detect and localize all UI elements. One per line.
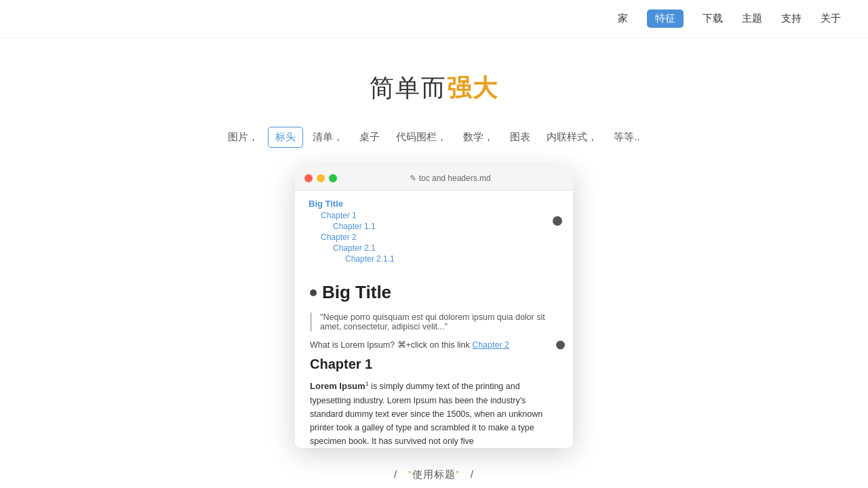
- toc-chapter2-1-1[interactable]: Chapter 2.1.1: [309, 253, 559, 264]
- window-mockup: ✎ toc and headers.md Big Title Chapter 1…: [295, 167, 573, 448]
- tab-charts[interactable]: 图表: [503, 127, 537, 147]
- toc-chapter2[interactable]: Chapter 2: [309, 232, 559, 243]
- tab-code[interactable]: 代码围栏，: [389, 127, 454, 147]
- nav-download[interactable]: 下载: [703, 12, 723, 25]
- toc-chapter2-1[interactable]: Chapter 2.1: [309, 243, 559, 253]
- tab-more[interactable]: 等等..: [607, 127, 646, 147]
- lorem-link-before: What is Lorem Ipsum? ⌘+click on this lin…: [310, 340, 470, 350]
- tab-math[interactable]: 数学，: [456, 127, 500, 147]
- nav-home[interactable]: 家: [618, 12, 628, 25]
- traffic-lights: [304, 174, 337, 182]
- toc-big-title: Big Title: [309, 199, 559, 209]
- footer-label: / "使用标题" /: [394, 468, 474, 481]
- nav-features[interactable]: 特征: [647, 9, 684, 28]
- window-titlebar: ✎ toc and headers.md: [295, 167, 573, 190]
- tab-table[interactable]: 桌子: [353, 127, 387, 147]
- footer-text: 使用标题: [412, 468, 456, 480]
- traffic-light-green[interactable]: [329, 174, 337, 182]
- toc-chapter1-1[interactable]: Chapter 1.1: [309, 221, 559, 232]
- hero-title: 简单而强大: [370, 72, 498, 105]
- toc-dot-indicator: [553, 216, 562, 226]
- nav-support[interactable]: 支持: [781, 12, 802, 25]
- doc-content: Big Title "Neque porro quisquam est qui …: [295, 271, 573, 448]
- tab-list[interactable]: 清单，: [306, 127, 350, 147]
- page-content: 简单而强大 图片， 标头 清单， 桌子 代码围栏， 数学， 图表 内联样式， 等…: [0, 38, 868, 481]
- footer-slash-right: /: [471, 468, 474, 480]
- tab-images[interactable]: 图片，: [221, 127, 265, 147]
- traffic-light-yellow[interactable]: [317, 174, 325, 182]
- toc-chapter1[interactable]: Chapter 1: [309, 210, 559, 221]
- nav-themes[interactable]: 主题: [742, 12, 762, 25]
- tab-inline[interactable]: 内联样式，: [540, 127, 604, 147]
- link-dot-indicator: [556, 340, 565, 349]
- feature-tabs: 图片， 标头 清单， 桌子 代码围栏， 数学， 图表 内联样式， 等等..: [221, 127, 646, 148]
- lorem-body: is simply dummy text of the printing and…: [310, 382, 542, 446]
- footer-quote-close: ": [456, 468, 460, 480]
- lorem-text: Lorem Ipsum1 is simply dummy text of the…: [310, 379, 558, 448]
- tab-headers[interactable]: 标头: [268, 127, 303, 148]
- nav-about[interactable]: 关于: [821, 12, 841, 25]
- footer-slash-left: /: [394, 468, 397, 480]
- toc-area: Big Title Chapter 1 Chapter 1.1 Chapter …: [295, 190, 573, 271]
- navigation: 家 特征 下载 主题 支持 关于: [0, 0, 868, 38]
- doc-chapter1-title: Chapter 1: [310, 357, 558, 372]
- lorem-link-line: What is Lorem Ipsum? ⌘+click on this lin…: [310, 340, 558, 350]
- chapter2-link[interactable]: Chapter 2: [472, 340, 509, 350]
- traffic-light-red[interactable]: [304, 174, 313, 182]
- window-title: ✎ toc and headers.md: [337, 174, 564, 183]
- lorem-bold: Lorem Ipsum: [310, 381, 366, 391]
- doc-big-title: Big Title: [310, 282, 558, 303]
- doc-title-dot: [310, 289, 317, 296]
- blockquote: "Neque porro quisquam est qui dolorem ip…: [310, 312, 558, 331]
